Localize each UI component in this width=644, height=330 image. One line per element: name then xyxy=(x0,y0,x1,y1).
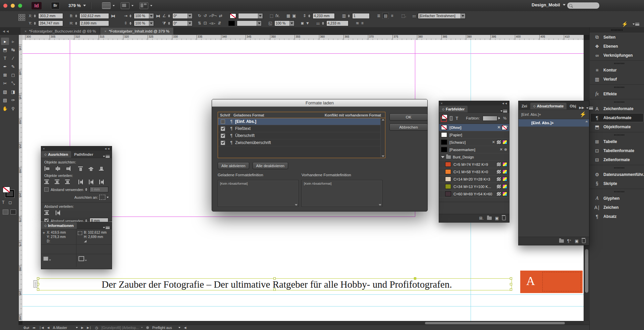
scale-y-stepper[interactable] xyxy=(129,22,131,25)
distribute-hcenter-icon[interactable] xyxy=(89,180,94,184)
dock-panel-button[interactable]: § Skripte xyxy=(590,179,644,188)
height-field[interactable]: 2,699 mm xyxy=(79,20,109,26)
swatch-row[interactable]: [Schwarz] ✕ ⊕ xyxy=(439,139,509,146)
frame-handle[interactable] xyxy=(510,277,512,280)
dock-panel-button[interactable] xyxy=(590,165,644,170)
scissors-tool[interactable]: ✂ xyxy=(1,80,9,87)
delete-swatch-icon[interactable] xyxy=(502,216,506,220)
arrange-documents-icon[interactable] xyxy=(140,2,148,9)
tab-character-styles[interactable]: Zei xyxy=(519,103,530,109)
align-hcenter-icon[interactable] xyxy=(55,166,60,171)
dock-panel-button[interactable] xyxy=(590,132,644,137)
pencil-tool[interactable]: ✎ xyxy=(9,63,17,70)
close-tab-icon[interactable]: × xyxy=(104,29,106,33)
panel-collapse-arrows-icon[interactable]: ◄◄ xyxy=(0,28,20,35)
frame-handle[interactable] xyxy=(37,288,39,291)
text-frame-in-port[interactable] xyxy=(34,280,37,288)
preflight-profile-dropdown[interactable]: [Grundprofil] (Arbeitsp... xyxy=(102,326,143,330)
dialog-title[interactable]: Formate laden xyxy=(212,99,427,107)
zoom-window-button[interactable] xyxy=(18,4,22,8)
tab-paragraph-styles[interactable]: ◇Absatzformate xyxy=(530,103,567,109)
swatch-row[interactable]: C=5 M=74 Y=82 K=9 ✕ ⊕ xyxy=(439,161,509,168)
dock-panel-button[interactable]: ⧉ Seiten xyxy=(590,33,644,42)
mirror-icon[interactable]: ◅▻ xyxy=(209,21,215,26)
style-row[interactable]: ¶ Überschrift xyxy=(218,132,385,139)
shear-dropdown[interactable]: 0° xyxy=(172,20,193,26)
dock-panel-button[interactable] xyxy=(590,60,644,65)
horizontal-ruler[interactable]: 3003053103153203253303353403453503553603… xyxy=(22,35,584,40)
width-field[interactable]: 102,612 mm xyxy=(79,13,109,19)
new-swatch-icon[interactable]: ▣ xyxy=(495,216,499,221)
align-vcenter-icon[interactable] xyxy=(89,166,94,171)
frame-handle[interactable] xyxy=(37,277,39,280)
margin-guide-bottom[interactable] xyxy=(70,217,415,217)
tab-swatches[interactable]: ◇Farbfelder xyxy=(439,106,468,112)
frame-handle[interactable] xyxy=(510,283,512,285)
style-checkbox[interactable] xyxy=(221,134,225,138)
link-scale-icon[interactable]: ⧓ xyxy=(156,13,160,18)
hand-tool[interactable]: ✋ xyxy=(1,105,9,112)
document-tab[interactable]: × *Fotoratgeber_Buchcover.indd @ 69 % xyxy=(20,28,100,35)
y-stepper[interactable] xyxy=(34,22,36,25)
swatch-row[interactable]: C=60 M=69 Y=54 K=60 ✕ ⊕ xyxy=(439,190,509,198)
status-scroll-left-icon[interactable]: ◀ xyxy=(184,326,186,329)
baseline-guide-2[interactable] xyxy=(22,306,584,307)
tab-pathfinder[interactable]: Pathfinder xyxy=(71,151,96,158)
fill-info-icon[interactable] xyxy=(43,256,48,261)
frame-handle[interactable] xyxy=(510,288,512,291)
margin-guide-horizontal[interactable] xyxy=(22,53,584,54)
dock-panel-button[interactable]: ⊞ Tabelle xyxy=(590,137,644,146)
direct-selection-tool[interactable]: ▹ xyxy=(9,38,17,45)
cell-stepper[interactable] xyxy=(322,22,324,25)
frame-handle[interactable] xyxy=(273,288,276,291)
align-top-icon[interactable] xyxy=(78,166,84,171)
dock-panel-button[interactable]: A Glyphen xyxy=(590,194,644,203)
first-page-icon[interactable]: ❘◀ xyxy=(39,326,44,329)
align-bottom-icon[interactable] xyxy=(99,166,105,171)
cell-field[interactable]: 4,233 m xyxy=(326,20,348,26)
fill-swatch[interactable] xyxy=(228,21,235,26)
close-panel-icon[interactable]: × xyxy=(43,147,45,150)
check-all-button[interactable]: Alle aktivieren xyxy=(218,162,249,169)
formatting-container-icon[interactable] xyxy=(450,116,453,121)
wrap-none-icon[interactable]: ◙ xyxy=(301,21,304,26)
control-panel-menu-icon[interactable] xyxy=(633,23,639,26)
formatting-text-icon[interactable]: T xyxy=(455,116,458,121)
eyedropper-tool[interactable]: ✑ xyxy=(9,96,17,104)
opacity-dropdown[interactable]: 100 % xyxy=(274,20,294,26)
uncheck-all-button[interactable]: Alle deaktivieren xyxy=(253,162,288,169)
flip-horizontal-icon[interactable]: ⇄ xyxy=(219,13,222,18)
y-field[interactable]: 284,747 mm xyxy=(38,20,63,26)
style-checkbox[interactable] xyxy=(221,141,225,145)
wrap-around-icon[interactable]: ▼ xyxy=(306,21,310,26)
folder-expand-icon[interactable] xyxy=(441,156,444,158)
screen-mode-icon[interactable] xyxy=(121,2,129,9)
align-left-icon[interactable]: ≣ xyxy=(377,13,380,18)
swatch-row[interactable]: C=14 M=20 Y=28 K=3 ✕ ⊕ xyxy=(439,176,509,183)
new-color-group-icon[interactable]: ⊞. xyxy=(479,216,483,221)
panel-menu-icon[interactable] xyxy=(586,107,595,109)
export-icon[interactable]: ➦ xyxy=(33,326,36,330)
scale-x-dropdown[interactable]: 100 % xyxy=(134,13,154,19)
new-folder-icon[interactable] xyxy=(487,217,492,220)
rotate-ccw-icon[interactable]: ↺ xyxy=(204,13,207,18)
previous-page-icon[interactable]: ◀ xyxy=(47,326,50,329)
distribute-left-icon[interactable] xyxy=(78,180,84,184)
distribute-bottom-icon[interactable] xyxy=(65,180,71,184)
line-tool[interactable]: ∕ xyxy=(9,54,17,62)
frame-tool[interactable]: ⊠ xyxy=(1,71,9,79)
clock-icon[interactable]: ◷ xyxy=(95,326,98,330)
selection-tool[interactable]: ▸ xyxy=(1,38,9,45)
zoom-tool[interactable]: ⚲ xyxy=(9,105,17,112)
style-checkbox[interactable] xyxy=(221,120,225,124)
columns-stepper[interactable] xyxy=(348,14,350,17)
align-to-icon[interactable] xyxy=(99,195,105,200)
swatch-row[interactable]: [Ohne] ✕ ⊕ xyxy=(439,124,509,131)
object-style-dropdown[interactable]: [Einfacher Textrahmen] xyxy=(418,13,466,19)
shear-stepper[interactable] xyxy=(168,22,170,25)
select-container-icon[interactable]: ⌐P¬ xyxy=(209,13,217,18)
tint-slider[interactable] xyxy=(483,116,500,121)
new-style-group-icon[interactable] xyxy=(559,239,564,243)
existing-definition-box[interactable]: [Kein Absatzformat] xyxy=(302,180,382,207)
close-window-button[interactable] xyxy=(3,4,7,8)
